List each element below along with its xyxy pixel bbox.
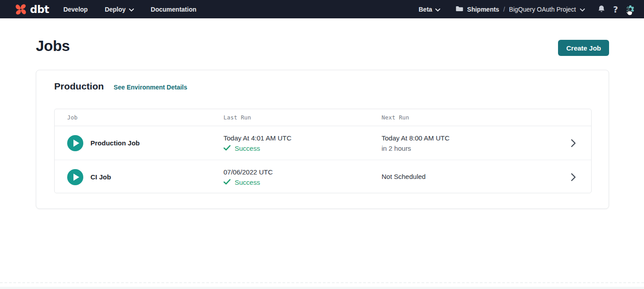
last-run-time: Today At 4:01 AM UTC xyxy=(223,134,382,143)
column-header-next-run: Next Run xyxy=(382,114,551,121)
beta-label: Beta xyxy=(419,6,432,13)
dbt-logo-icon xyxy=(13,3,28,16)
settings-gear-icon[interactable] xyxy=(626,4,635,14)
table-row-production-job[interactable]: Production Job Today At 4:01 AM UTC Succ… xyxy=(55,126,591,160)
nav-item-deploy[interactable]: Deploy xyxy=(105,6,134,13)
dbt-logo-text: dbt xyxy=(30,4,49,15)
environment-name: Production xyxy=(54,81,104,92)
nav-icon-group: ? xyxy=(597,4,635,14)
job-name[interactable]: CI Job xyxy=(90,173,111,181)
run-play-button[interactable] xyxy=(67,135,83,151)
nav-item-develop-label: Develop xyxy=(63,6,87,13)
success-check-icon xyxy=(223,144,231,152)
table-row-ci-job[interactable]: CI Job 07/06/2022 UTC Success Not Schedu… xyxy=(55,160,591,193)
column-header-job: Job xyxy=(67,114,223,121)
nav-right-section: Beta Shipments / BigQuery OAuth Project xyxy=(419,4,635,14)
next-run-relative: in 2 hours xyxy=(382,144,551,152)
breadcrumb-separator: / xyxy=(503,6,505,13)
chevron-down-icon[interactable] xyxy=(580,6,585,13)
create-job-button[interactable]: Create Job xyxy=(558,40,609,56)
play-icon xyxy=(73,174,79,181)
see-environment-details-link[interactable]: See Environment Details xyxy=(114,84,187,91)
notifications-bell-icon[interactable] xyxy=(597,5,605,13)
dbt-logo[interactable]: dbt xyxy=(13,3,49,16)
chevron-down-icon xyxy=(435,6,440,13)
success-check-icon xyxy=(223,178,231,186)
breadcrumb-account[interactable]: Shipments xyxy=(467,6,499,13)
environment-card: Production See Environment Details Job L… xyxy=(36,70,609,209)
beta-dropdown[interactable]: Beta xyxy=(419,6,440,13)
environment-card-header: Production See Environment Details xyxy=(54,81,187,92)
chevron-down-icon xyxy=(129,6,134,13)
nav-item-documentation-label: Documentation xyxy=(151,6,197,13)
folder-icon xyxy=(455,5,464,13)
play-icon xyxy=(73,140,79,147)
nav-item-deploy-label: Deploy xyxy=(105,6,126,13)
last-run-status: Success xyxy=(235,144,260,152)
last-run-time: 07/06/2022 UTC xyxy=(223,168,382,177)
breadcrumb: Shipments / BigQuery OAuth Project xyxy=(455,5,585,13)
row-chevron-right-icon[interactable] xyxy=(571,173,576,181)
jobs-table: Job Last Run Next Run Production Job Tod… xyxy=(54,109,592,193)
last-run-status: Success xyxy=(235,178,260,186)
footer-strip xyxy=(0,287,644,289)
job-name[interactable]: Production Job xyxy=(90,139,140,147)
nav-item-develop[interactable]: Develop xyxy=(63,6,87,13)
run-play-button[interactable] xyxy=(67,169,83,185)
next-run-time: Today At 8:00 AM UTC xyxy=(382,134,551,143)
row-chevron-right-icon[interactable] xyxy=(571,139,576,147)
page-title: Jobs xyxy=(36,38,70,55)
table-header-row: Job Last Run Next Run xyxy=(55,109,591,126)
column-header-last-run: Last Run xyxy=(223,114,382,121)
top-nav: dbt Develop Deploy Documentation Beta Sh… xyxy=(0,0,644,18)
nav-item-documentation[interactable]: Documentation xyxy=(151,6,197,13)
help-question-icon[interactable]: ? xyxy=(613,4,618,14)
next-run-time: Not Scheduled xyxy=(382,172,551,181)
breadcrumb-project[interactable]: BigQuery OAuth Project xyxy=(509,6,576,13)
page-bottom-divider xyxy=(0,282,644,283)
